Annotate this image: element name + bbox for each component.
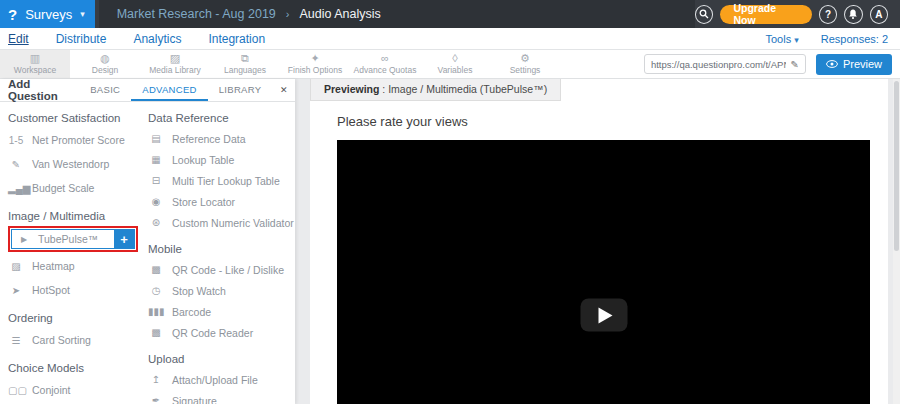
search-button[interactable] [695, 5, 713, 24]
tab-finish-options[interactable]: ✦ Finish Options [280, 50, 350, 78]
tab-settings[interactable]: ⚙ Settings [490, 50, 560, 78]
help-button[interactable]: ? [819, 5, 837, 24]
menu-item-integration[interactable]: Integration [208, 32, 265, 46]
tag-icon: ◊ [420, 52, 490, 65]
menu-item-distribute[interactable]: Distribute [56, 32, 107, 46]
palette-icon: ◍ [70, 52, 140, 65]
tools-label: Tools [765, 33, 791, 45]
question-type-heatmap[interactable]: ▨ Heatmap [8, 254, 142, 278]
add-question-header: Add Question BASIC ADVANCED LIBRARY ✕ [0, 79, 295, 102]
question-type-attach-upload-file[interactable]: ↥ Attach/Upload File [148, 369, 292, 390]
qr-code-icon: ▩ [148, 327, 164, 338]
question-type-hotspot[interactable]: ➤ HotSpot [8, 278, 142, 302]
cards-icon: ▢▢ [8, 385, 24, 396]
survey-url-value: https://qa.questionpro.com/t/APNrFZf3p [651, 59, 787, 70]
notifications-button[interactable] [844, 5, 862, 24]
question-types-right-column: Data Reference ▤ Reference Data ▦ Lookup… [142, 104, 292, 404]
video-player[interactable] [337, 140, 870, 404]
section-heading-choice-models: Choice Models [8, 362, 142, 374]
video-icon: ▶ [16, 235, 32, 244]
question-type-qr-code-reader[interactable]: ▩ QR Code Reader [148, 322, 292, 343]
question-type-van-westendorp[interactable]: ✎ Van Westendorp [8, 152, 142, 176]
tools-dropdown[interactable]: Tools ▾ [765, 33, 798, 45]
breadcrumb: Market Research - Aug 2019 › Audio Analy… [99, 0, 695, 28]
data-table-icon: ▤ [148, 133, 164, 144]
question-type-signature[interactable]: ✒ Signature [148, 390, 292, 404]
image-icon: ▨ [140, 52, 210, 65]
surveys-menu-label: Surveys [25, 7, 72, 22]
close-icon[interactable]: ✕ [272, 79, 295, 101]
question-type-card-sorting[interactable]: ☰ Card Sorting [8, 328, 142, 352]
tab-media-library[interactable]: ▨ Media Library [140, 50, 210, 78]
workspace-icon: ▥ [0, 52, 70, 65]
question-type-tubepulse[interactable]: ▶ TubePulse™ + [11, 229, 135, 249]
question-type-lookup-table[interactable]: ▦ Lookup Table [148, 149, 292, 170]
breadcrumb-survey-name[interactable]: Market Research - Aug 2019 [117, 7, 276, 21]
tab-advance-quotas[interactable]: ∞ Advance Quotas [350, 50, 420, 78]
question-type-stop-watch[interactable]: ◷ Stop Watch [148, 280, 292, 301]
list-icon: ☰ [8, 335, 24, 346]
bell-icon [848, 9, 858, 20]
wand-icon: ✦ [280, 52, 350, 65]
question-types-body: Customer Satisfaction 1-5 Net Promoter S… [0, 102, 295, 404]
tab-workspace[interactable]: ▥ Workspace [0, 50, 70, 78]
menubar-right: Tools ▾ Responses: 2 [765, 33, 888, 45]
account-avatar[interactable]: A [870, 5, 888, 24]
tab-basic[interactable]: BASIC [79, 79, 131, 101]
add-tubepulse-button[interactable]: + [114, 229, 134, 249]
gear-icon: ⚙ [490, 52, 560, 65]
preview-button[interactable]: Preview [816, 54, 892, 75]
question-text: Please rate your views [337, 114, 888, 129]
avatar-initial: A [875, 9, 882, 20]
scrollbar-thumb[interactable] [894, 81, 899, 251]
question-type-store-locator[interactable]: ◉ Store Locator [148, 191, 292, 212]
question-types-left-column: Customer Satisfaction 1-5 Net Promoter S… [8, 104, 142, 404]
menu-bar: Edit Distribute Analytics Integration To… [0, 28, 900, 50]
edit-pencil-icon[interactable]: ✎ [790, 59, 798, 70]
responses-link[interactable]: Responses: 2 [821, 33, 888, 45]
menu-item-edit[interactable]: Edit [8, 32, 29, 46]
tubepulse-highlight-box: ▶ TubePulse™ + [8, 226, 138, 252]
section-heading-ordering: Ordering [8, 312, 142, 324]
tab-design[interactable]: ◍ Design [70, 50, 140, 78]
question-type-net-promoter-score[interactable]: 1-5 Net Promoter Score [8, 128, 142, 152]
toolbar-right: https://qa.questionpro.com/t/APNrFZf3p ✎… [644, 50, 900, 78]
question-type-budget-scale[interactable]: ▂▄▆ Budget Scale [8, 176, 142, 200]
section-heading-upload: Upload [148, 353, 292, 365]
play-button[interactable] [580, 299, 627, 332]
tab-languages[interactable]: ⧉ Languages [210, 50, 280, 78]
cursor-icon: ➤ [8, 285, 24, 296]
breadcrumb-current-page: Audio Analysis [299, 7, 380, 21]
question-type-qr-code-like-dislike[interactable]: ▩ QR Code - Like / Dislike [148, 259, 292, 280]
question-type-multi-tier-lookup-table[interactable]: ⊟ Multi Tier Lookup Table [148, 170, 292, 191]
question-type-reference-data[interactable]: ▤ Reference Data [148, 128, 292, 149]
content-area: Add Question BASIC ADVANCED LIBRARY ✕ Cu… [0, 79, 900, 404]
tab-variables[interactable]: ◊ Variables [420, 50, 490, 78]
add-question-title: Add Question [0, 79, 79, 101]
preview-panel: Previewing : Image / Multimedia (TubePul… [310, 79, 888, 404]
topbar-actions: Upgrade Now ? A [695, 5, 900, 24]
section-heading-mobile: Mobile [148, 243, 292, 255]
barcode-icon: ▮▮▮ [148, 306, 164, 317]
upgrade-now-button[interactable]: Upgrade Now [720, 5, 811, 24]
tab-advanced[interactable]: ADVANCED [131, 79, 207, 101]
price-tag-icon: ✎ [8, 159, 24, 170]
previewing-label: Previewing : Image / Multimedia (TubePul… [310, 79, 561, 101]
menu-item-analytics[interactable]: Analytics [133, 32, 181, 46]
questionpro-logo-icon: ? [8, 6, 17, 23]
chain-links-icon: ∞ [350, 52, 420, 65]
tab-library[interactable]: LIBRARY [208, 79, 273, 101]
validator-icon: ⊛ [148, 217, 164, 228]
question-type-conjoint[interactable]: ▢▢ Conjoint [8, 378, 142, 402]
surveys-menu-button[interactable]: ? Surveys ▾ [0, 0, 95, 28]
chevron-down-icon: ▾ [794, 35, 799, 45]
section-heading-customer-satisfaction: Customer Satisfaction [8, 112, 142, 124]
question-type-tabs: BASIC ADVANCED LIBRARY [79, 79, 272, 101]
breadcrumb-separator-icon: › [286, 8, 290, 20]
question-type-custom-numeric-validator[interactable]: ⊛ Custom Numeric Validator [148, 212, 292, 233]
qr-code-icon: ▩ [148, 264, 164, 275]
survey-url-field[interactable]: https://qa.questionpro.com/t/APNrFZf3p ✎ [644, 54, 806, 74]
question-type-barcode[interactable]: ▮▮▮ Barcode [148, 301, 292, 322]
search-icon [699, 9, 709, 19]
vertical-scrollbar[interactable] [893, 79, 900, 404]
